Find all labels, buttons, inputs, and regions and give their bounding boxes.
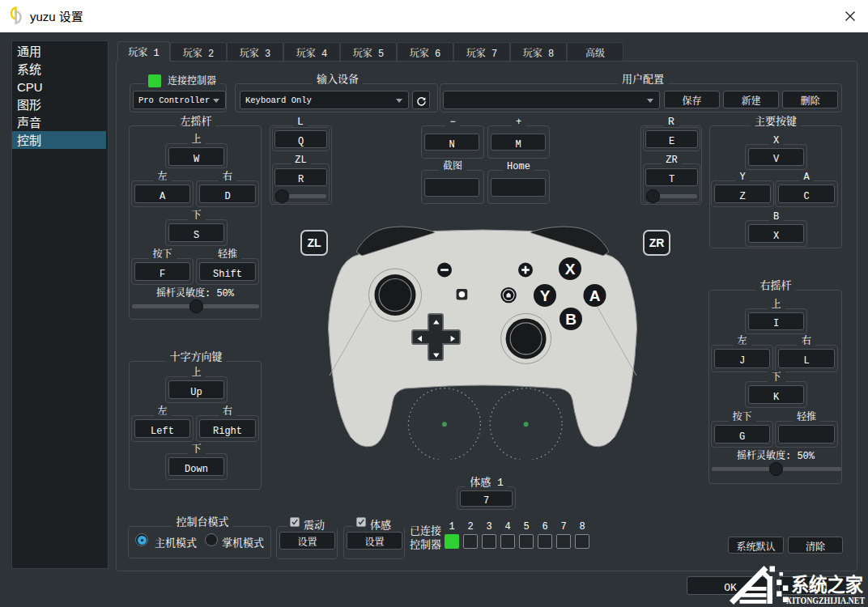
svg-text:A: A — [589, 287, 601, 304]
svg-text:XITONGZHIJIA.NET: XITONGZHIJIA.NET — [786, 595, 866, 606]
svg-text:Y: Y — [540, 287, 551, 304]
svg-text:X: X — [565, 261, 576, 278]
svg-text:B: B — [565, 311, 577, 328]
svg-text:系统之家: 系统之家 — [791, 569, 863, 597]
